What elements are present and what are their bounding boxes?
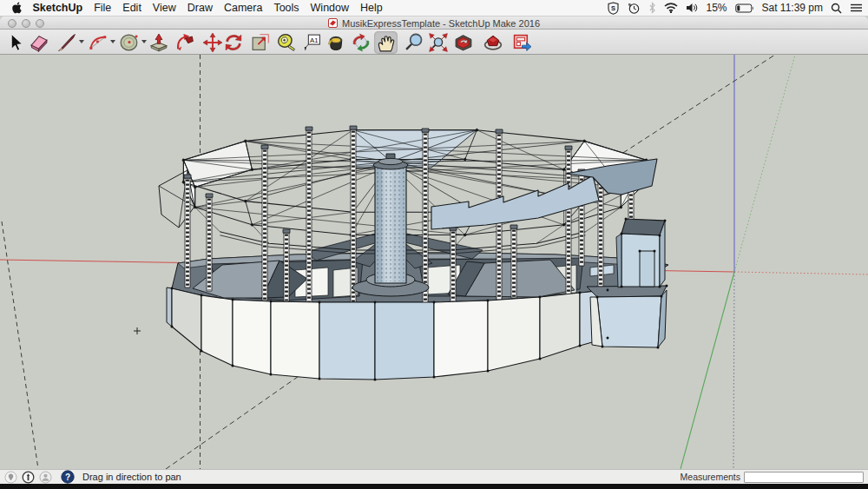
getmodels-tool-icon [453,32,474,53]
menu-item-draw[interactable]: Draw [181,0,218,16]
offset-tool-icon [250,32,271,53]
move-tool-icon [202,32,223,53]
shield-s-status-icon[interactable]: S [607,2,620,15]
wifi-icon[interactable] [664,3,678,13]
layout-tool-icon [511,32,532,53]
svg-text:S: S [611,4,615,12]
line-tool-button[interactable] [55,31,78,54]
paint-tool-button[interactable] [324,31,347,54]
menu-bar-status-area: S 15% Sat 11:39 pm [607,0,863,16]
layout-tool-button[interactable] [510,31,533,54]
status-hint-text: Drag in direction to pan [82,472,181,482]
tape-tool-button[interactable] [274,31,298,54]
menu-item-file[interactable]: File [89,0,117,16]
apple-menu-icon[interactable] [12,2,22,14]
drawing-viewport[interactable] [0,55,868,469]
sharemodel-tool-icon [483,32,503,53]
model-musik-express [159,126,668,381]
sketchup-document-icon [328,18,338,28]
window-title: MusikExpressTemplate - SketchUp Make 201… [342,18,540,29]
menu-item-camera[interactable]: Camera [218,0,267,16]
rotate-tool-icon [223,32,244,53]
orbit-tool-button[interactable] [349,31,372,54]
volume-icon[interactable] [686,3,698,13]
select-tool-button[interactable] [3,31,27,54]
desktop-strip [0,484,868,489]
spotlight-search-icon[interactable] [831,3,842,14]
text-tool-button[interactable] [299,31,323,54]
eraser-tool-icon [29,32,49,53]
zoomext-tool-button[interactable] [426,31,450,54]
circle-tool-icon [119,32,140,53]
getmodels-tool-button[interactable] [451,31,475,54]
orbit-tool-icon [351,32,372,53]
model-canvas[interactable] [0,55,868,469]
status-bar: ? Drag in direction to pan Measurements [0,469,868,484]
notification-center-icon[interactable] [850,3,863,13]
menu-item-help[interactable]: Help [355,0,389,16]
eraser-tool-button[interactable] [27,31,50,54]
offset-tool-button[interactable] [248,31,272,54]
svg-text:?: ? [65,472,70,482]
rotate-tool-button[interactable] [221,31,245,54]
arc-tool-icon [88,32,108,53]
guide-point-cross [134,327,141,334]
line-tool-icon [56,32,77,53]
zoomext-tool-icon [428,32,449,53]
sharemodel-tool-button[interactable] [481,31,504,54]
claim-credit-button[interactable] [22,471,35,484]
text-tool-icon [301,32,322,53]
geolocation-button[interactable] [4,471,17,484]
arc-tool-button[interactable] [86,31,109,54]
battery-percent-label: 15% [706,2,727,14]
menu-item-tools[interactable]: Tools [268,0,305,16]
sign-in-button[interactable] [39,471,52,484]
tool-palette [0,30,868,55]
tape-tool-icon [276,32,297,53]
followme-tool-button[interactable] [173,31,196,54]
circle-tool-button[interactable] [117,31,141,54]
arc-dropdown-arrow[interactable] [110,40,115,43]
window-title-bar[interactable]: MusikExpressTemplate - SketchUp Make 201… [0,17,868,30]
help-icon[interactable]: ? [61,470,75,484]
measurements-input[interactable] [744,472,864,483]
pan-tool-icon [376,32,397,53]
followme-tool-icon [174,32,195,53]
time-machine-icon[interactable] [628,2,641,15]
pushpull-tool-icon [148,32,169,53]
zoom-tool-button[interactable] [402,31,425,54]
menu-item-edit[interactable]: Edit [117,0,148,16]
menu-item-sketchup[interactable]: SketchUp [27,0,89,16]
zoom-tool-icon [404,32,424,53]
macos-menu-bar: SketchUp FileEditViewDrawCameraToolsWind… [0,0,868,17]
select-tool-icon [5,32,26,53]
menu-bar-clock[interactable]: Sat 11:39 pm [762,2,824,14]
model-banner [431,175,599,229]
battery-icon[interactable] [735,3,754,13]
move-tool-button[interactable] [201,31,224,54]
pushpull-tool-button[interactable] [147,31,170,54]
measurements-label: Measurements [681,472,740,482]
bluetooth-icon[interactable] [648,2,656,14]
menu-item-view[interactable]: View [147,0,181,16]
menu-item-window[interactable]: Window [305,0,354,16]
line-dropdown-arrow[interactable] [79,40,84,43]
pan-tool-button[interactable] [374,31,398,54]
paint-tool-icon [326,32,346,53]
